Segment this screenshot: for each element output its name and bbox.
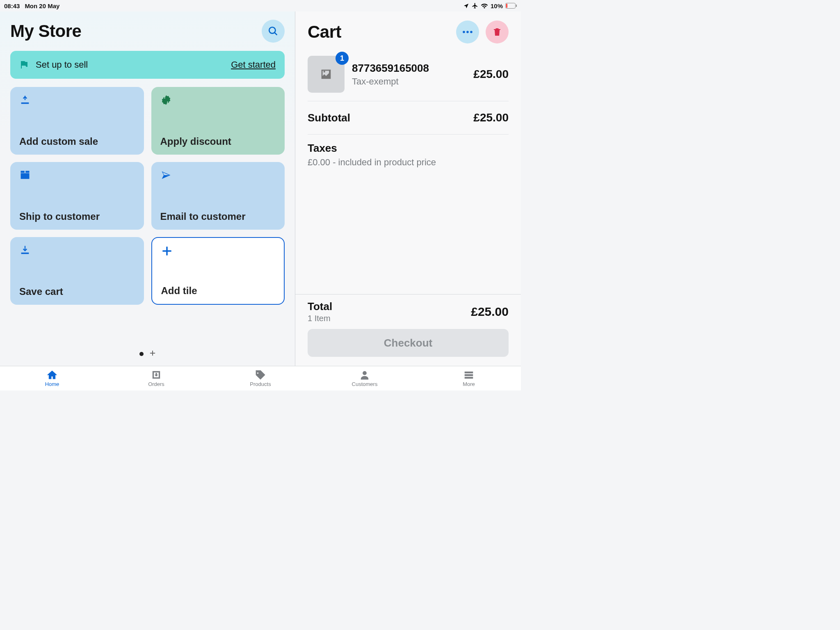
flag-icon — [19, 60, 29, 70]
tile-label: Email to customer — [160, 211, 276, 222]
total-item-count: 1 Item — [308, 314, 332, 323]
cart-taxes-row: Taxes £0.00 - included in product price — [308, 135, 509, 175]
battery-icon — [505, 3, 517, 9]
location-icon — [463, 3, 469, 9]
battery-percent: 10% — [491, 2, 503, 9]
cart-item-row[interactable]: 1 8773659165008 Tax-exempt £25.00 — [308, 51, 509, 101]
svg-rect-2 — [516, 5, 517, 7]
cart-item-thumbnail: 1 — [308, 56, 345, 93]
menu-icon — [463, 370, 474, 380]
tab-label: Customers — [352, 381, 378, 387]
search-button[interactable] — [262, 20, 285, 43]
tab-label: Home — [45, 381, 59, 387]
cart-subtotal-row: Subtotal £25.00 — [308, 101, 509, 135]
svg-rect-14 — [465, 374, 473, 376]
cart-pane: Cart 1 8773659165008 Tax-exempt — [295, 11, 521, 366]
cart-title: Cart — [308, 22, 341, 42]
tile-label: Ship to customer — [19, 211, 135, 222]
page-dot-current — [139, 352, 144, 356]
add-tile-button[interactable]: Add tile — [151, 237, 285, 305]
search-icon — [268, 26, 278, 37]
inbox-download-icon — [151, 370, 162, 380]
total-value: £25.00 — [471, 305, 509, 319]
checkout-button[interactable]: Checkout — [308, 329, 509, 357]
ship-to-customer-tile[interactable]: Ship to customer — [10, 162, 144, 230]
status-time: 08:43 — [4, 2, 20, 9]
tab-orders[interactable]: Orders — [132, 370, 181, 387]
home-icon — [47, 370, 57, 380]
tab-label: Orders — [148, 381, 164, 387]
svg-rect-15 — [465, 377, 473, 378]
cart-delete-button[interactable] — [486, 21, 509, 43]
send-icon — [160, 169, 172, 181]
cart-more-button[interactable] — [456, 21, 479, 43]
more-horizontal-icon — [462, 30, 473, 34]
status-date: Mon 20 May — [25, 2, 59, 9]
store-pane: My Store Set up to sell Get started Add … — [0, 11, 295, 366]
wifi-icon — [481, 3, 488, 9]
plus-icon — [161, 245, 173, 257]
svg-rect-1 — [506, 4, 507, 8]
add-page-button[interactable] — [149, 350, 156, 358]
cart-item-subtext: Tax-exempt — [352, 76, 466, 87]
svg-point-11 — [470, 31, 472, 33]
taxes-label: Taxes — [308, 142, 509, 155]
svg-point-9 — [463, 31, 465, 33]
total-label: Total — [308, 300, 332, 313]
setup-label: Set up to sell — [36, 59, 88, 70]
trash-icon — [492, 27, 502, 37]
package-icon — [19, 169, 31, 181]
svg-point-12 — [363, 371, 367, 375]
tile-label: Apply discount — [160, 136, 276, 147]
tab-label: More — [463, 381, 475, 387]
setup-get-started-link[interactable]: Get started — [231, 59, 276, 70]
svg-point-10 — [466, 31, 469, 33]
tab-customers[interactable]: Customers — [340, 370, 389, 387]
save-cart-tile[interactable]: Save cart — [10, 237, 144, 305]
apply-discount-tile[interactable]: Apply discount — [151, 87, 285, 155]
tab-products[interactable]: Products — [236, 370, 285, 387]
status-bar: 08:43 Mon 20 May 10% — [0, 0, 521, 11]
setup-banner[interactable]: Set up to sell Get started — [10, 51, 285, 79]
airplane-icon — [472, 2, 478, 9]
taxes-subtext: £0.00 - included in product price — [308, 157, 509, 168]
tag-icon — [255, 370, 266, 380]
tab-label: Products — [250, 381, 271, 387]
cart-item-qty-badge: 1 — [336, 52, 349, 65]
svg-line-4 — [274, 32, 276, 34]
discount-badge-icon — [160, 94, 172, 106]
add-custom-sale-tile[interactable]: Add custom sale — [10, 87, 144, 155]
tile-label: Add custom sale — [19, 136, 135, 147]
store-title: My Store — [10, 21, 81, 41]
email-to-customer-tile[interactable]: Email to customer — [151, 162, 285, 230]
image-placeholder-icon — [319, 67, 333, 81]
subtotal-value: £25.00 — [473, 111, 509, 124]
tab-more[interactable]: More — [444, 370, 493, 387]
person-icon — [359, 370, 370, 380]
cart-item-price: £25.00 — [473, 68, 509, 81]
status-right: 10% — [463, 2, 517, 9]
tile-label: Save cart — [19, 286, 135, 297]
cart-item-name: 8773659165008 — [352, 62, 466, 75]
subtotal-label: Subtotal — [308, 112, 350, 124]
tile-label: Add tile — [161, 285, 275, 297]
upload-icon — [19, 94, 31, 106]
download-icon — [19, 244, 31, 256]
cart-footer: Total 1 Item £25.00 Checkout — [295, 294, 521, 366]
tab-home[interactable]: Home — [27, 370, 77, 387]
svg-rect-13 — [465, 372, 473, 373]
plus-small-icon — [149, 350, 156, 356]
page-indicator — [10, 342, 285, 362]
tab-bar: Home Orders Products Customers More — [0, 366, 521, 390]
